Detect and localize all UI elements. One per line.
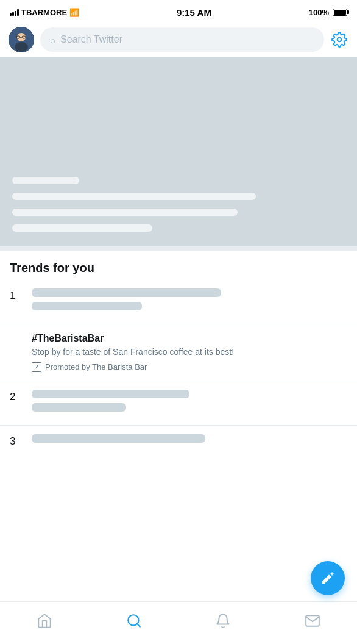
status-time: 9:15 AM xyxy=(177,7,211,18)
avatar[interactable] xyxy=(9,27,34,52)
carrier-name: TBARMORE xyxy=(21,8,67,17)
status-bar: TBARMORE 📶 9:15 AM 100% xyxy=(0,0,357,22)
status-right: 100% xyxy=(309,8,347,17)
banner-line-4 xyxy=(12,224,152,232)
settings-icon[interactable] xyxy=(330,30,348,49)
trend-placeholder-line-1b xyxy=(32,302,142,310)
promoted-content: #TheBaristaBar Stop by for a taste of Sa… xyxy=(32,333,347,372)
svg-line-12 xyxy=(137,624,140,627)
trend-item-3[interactable]: 3 xyxy=(0,426,357,456)
svg-point-2 xyxy=(15,42,28,52)
trends-section: Trends for you 1 #TheBaristaBar Stop by … xyxy=(0,251,357,456)
trend-rank-2: 2 xyxy=(10,390,22,403)
signal-icon xyxy=(10,9,19,16)
trend-item-1[interactable]: 1 xyxy=(0,280,357,324)
search-icon: ⌕ xyxy=(50,35,55,45)
promoted-description: Stop by for a taste of San Francisco cof… xyxy=(32,346,347,359)
status-left: TBARMORE 📶 xyxy=(10,8,79,17)
trend-content-1 xyxy=(32,288,347,315)
nav-messages[interactable] xyxy=(297,606,328,636)
trend-placeholder-line-2a xyxy=(32,390,189,398)
header: ⌕ Search Twitter xyxy=(0,22,357,57)
nav-home[interactable] xyxy=(29,606,60,636)
trend-placeholder-line-1a xyxy=(32,288,221,297)
battery-percent: 100% xyxy=(309,8,329,17)
search-bar[interactable]: ⌕ Search Twitter xyxy=(40,27,324,52)
banner-line-3 xyxy=(12,209,238,216)
trend-content-3 xyxy=(32,434,347,448)
search-placeholder: Search Twitter xyxy=(60,34,122,45)
section-divider xyxy=(0,246,357,251)
search-bar-wrapper: ⌕ Search Twitter xyxy=(40,27,324,52)
messages-icon xyxy=(305,613,320,629)
trend-item-2[interactable]: 2 xyxy=(0,381,357,426)
compose-fab[interactable] xyxy=(311,561,345,595)
trend-content-2 xyxy=(32,390,347,417)
trend-rank-1: 1 xyxy=(10,288,22,302)
banner-line-1 xyxy=(12,177,79,184)
bottom-nav xyxy=(0,601,357,644)
trend-placeholder-line-3a xyxy=(32,434,205,443)
trend-rank-3: 3 xyxy=(10,434,22,448)
nav-notifications[interactable] xyxy=(208,606,238,636)
wifi-icon: 📶 xyxy=(69,8,79,17)
nav-search[interactable] xyxy=(119,606,149,636)
promoted-label: ↗ Promoted by The Barista Bar xyxy=(32,362,347,372)
banner-placeholder xyxy=(0,57,357,246)
notifications-icon xyxy=(215,613,231,629)
trend-item-promoted[interactable]: #TheBaristaBar Stop by for a taste of Sa… xyxy=(0,324,357,381)
promoted-by-text: Promoted by The Barista Bar xyxy=(45,362,147,371)
search-nav-icon xyxy=(126,613,142,629)
svg-point-6 xyxy=(338,38,342,42)
compose-icon xyxy=(320,571,335,585)
battery-icon xyxy=(333,9,347,16)
home-icon xyxy=(37,613,52,629)
banner-line-2 xyxy=(12,193,256,200)
trends-title: Trends for you xyxy=(0,251,357,280)
trend-placeholder-line-2b xyxy=(32,403,126,412)
promoted-hashtag: #TheBaristaBar xyxy=(32,333,347,344)
promoted-icon: ↗ xyxy=(32,362,41,372)
